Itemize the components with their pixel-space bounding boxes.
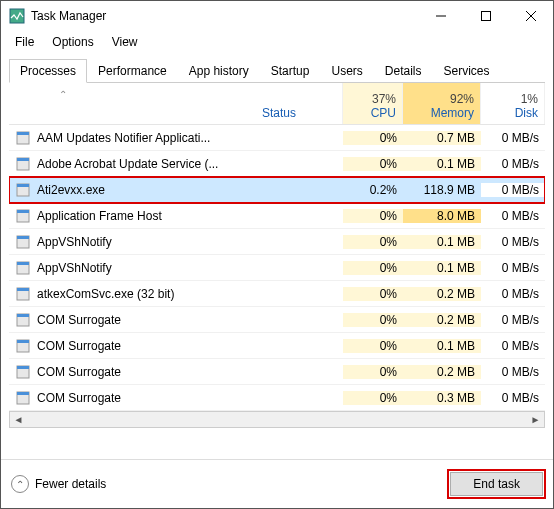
process-name-cell: AAM Updates Notifier Applicati...: [9, 130, 343, 146]
process-cpu: 0%: [343, 339, 403, 353]
process-name-cell: Ati2evxx.exe: [9, 182, 343, 198]
app-icon: [15, 156, 31, 172]
process-disk: 0 MB/s: [481, 339, 545, 353]
process-name-cell: COM Surrogate: [9, 338, 343, 354]
process-disk: 0 MB/s: [481, 261, 545, 275]
process-name: Ati2evxx.exe: [37, 183, 105, 197]
process-cpu: 0%: [343, 287, 403, 301]
table-row[interactable]: Adobe Acrobat Update Service (...0%0.1 M…: [9, 151, 545, 177]
table-row[interactable]: COM Surrogate0%0.3 MB0 MB/s: [9, 385, 545, 411]
col-memory[interactable]: 92% Memory: [403, 83, 481, 124]
col-name[interactable]: ⌃ Status: [9, 83, 343, 124]
close-button[interactable]: [508, 1, 553, 31]
process-memory: 0.1 MB: [403, 339, 481, 353]
app-icon: [15, 182, 31, 198]
process-disk: 0 MB/s: [481, 183, 545, 197]
process-memory: 0.2 MB: [403, 287, 481, 301]
process-disk: 0 MB/s: [481, 365, 545, 379]
app-icon: [15, 234, 31, 250]
svg-rect-12: [17, 210, 29, 213]
menu-options[interactable]: Options: [44, 33, 101, 51]
app-icon: [15, 364, 31, 380]
fewer-details-button[interactable]: ⌃ Fewer details: [11, 475, 106, 493]
process-cpu: 0%: [343, 235, 403, 249]
svg-rect-24: [17, 366, 29, 369]
process-cpu: 0%: [343, 365, 403, 379]
svg-rect-16: [17, 262, 29, 265]
fewer-details-label: Fewer details: [35, 477, 106, 491]
app-icon: [15, 130, 31, 146]
taskmanager-icon: [9, 8, 25, 24]
svg-rect-18: [17, 288, 29, 291]
process-disk: 0 MB/s: [481, 313, 545, 327]
tab-users[interactable]: Users: [320, 59, 373, 82]
app-icon: [15, 312, 31, 328]
tab-performance[interactable]: Performance: [87, 59, 178, 82]
mem-usage-pct: 92%: [450, 92, 474, 106]
process-memory: 0.7 MB: [403, 131, 481, 145]
process-memory: 0.1 MB: [403, 157, 481, 171]
scroll-right-icon[interactable]: ►: [527, 414, 544, 425]
menu-file[interactable]: File: [7, 33, 42, 51]
process-list[interactable]: AAM Updates Notifier Applicati...0%0.7 M…: [9, 125, 545, 411]
process-cpu: 0%: [343, 391, 403, 405]
process-cpu: 0%: [343, 261, 403, 275]
process-cpu: 0%: [343, 131, 403, 145]
svg-rect-2: [481, 12, 490, 21]
process-memory: 118.9 MB: [403, 183, 481, 197]
table-row[interactable]: AppVShNotify0%0.1 MB0 MB/s: [9, 229, 545, 255]
tab-services[interactable]: Services: [433, 59, 501, 82]
table-row[interactable]: COM Surrogate0%0.2 MB0 MB/s: [9, 307, 545, 333]
menu-view[interactable]: View: [104, 33, 146, 51]
svg-rect-22: [17, 340, 29, 343]
svg-rect-26: [17, 392, 29, 395]
horizontal-scrollbar[interactable]: ◄ ►: [9, 411, 545, 428]
process-name-cell: COM Surrogate: [9, 312, 343, 328]
table-row[interactable]: Ati2evxx.exe0.2%118.9 MB0 MB/s: [9, 177, 545, 203]
process-name: Application Frame Host: [37, 209, 162, 223]
col-cpu[interactable]: 37% CPU: [343, 83, 403, 124]
process-cpu: 0%: [343, 157, 403, 171]
process-disk: 0 MB/s: [481, 235, 545, 249]
tab-details[interactable]: Details: [374, 59, 433, 82]
process-memory: 0.3 MB: [403, 391, 481, 405]
process-cpu: 0.2%: [343, 183, 403, 197]
process-memory: 0.1 MB: [403, 235, 481, 249]
table-row[interactable]: atkexComSvc.exe (32 bit)0%0.2 MB0 MB/s: [9, 281, 545, 307]
tab-processes[interactable]: Processes: [9, 59, 87, 83]
svg-rect-20: [17, 314, 29, 317]
disk-usage-pct: 1%: [521, 92, 538, 106]
app-icon: [15, 208, 31, 224]
table-row[interactable]: COM Surrogate0%0.1 MB0 MB/s: [9, 333, 545, 359]
process-name-cell: COM Surrogate: [9, 364, 343, 380]
cpu-usage-pct: 37%: [372, 92, 396, 106]
app-icon: [15, 286, 31, 302]
process-name: AppVShNotify: [37, 235, 112, 249]
tab-startup[interactable]: Startup: [260, 59, 321, 82]
table-row[interactable]: AppVShNotify0%0.1 MB0 MB/s: [9, 255, 545, 281]
scroll-left-icon[interactable]: ◄: [10, 414, 27, 425]
col-disk[interactable]: 1% Disk: [481, 83, 545, 124]
table-row[interactable]: AAM Updates Notifier Applicati...0%0.7 M…: [9, 125, 545, 151]
end-task-button[interactable]: End task: [450, 472, 543, 496]
tab-apphistory[interactable]: App history: [178, 59, 260, 82]
process-name: AAM Updates Notifier Applicati...: [37, 131, 210, 145]
table-header: ⌃ Status 37% CPU 92% Memory 1% Disk: [9, 83, 545, 125]
table-row[interactable]: Application Frame Host0%8.0 MB0 MB/s: [9, 203, 545, 229]
process-name: COM Surrogate: [37, 313, 121, 327]
process-name: AppVShNotify: [37, 261, 112, 275]
process-memory: 8.0 MB: [403, 209, 481, 223]
process-name: COM Surrogate: [37, 339, 121, 353]
svg-rect-8: [17, 158, 29, 161]
minimize-button[interactable]: [418, 1, 463, 31]
process-disk: 0 MB/s: [481, 391, 545, 405]
maximize-button[interactable]: [463, 1, 508, 31]
col-status[interactable]: Status: [262, 106, 296, 120]
table-row[interactable]: COM Surrogate0%0.2 MB0 MB/s: [9, 359, 545, 385]
process-name: COM Surrogate: [37, 391, 121, 405]
process-memory: 0.1 MB: [403, 261, 481, 275]
window-title: Task Manager: [31, 9, 418, 23]
app-icon: [15, 390, 31, 406]
process-name: Adobe Acrobat Update Service (...: [37, 157, 218, 171]
tabstrip: Processes Performance App history Startu…: [9, 59, 545, 83]
